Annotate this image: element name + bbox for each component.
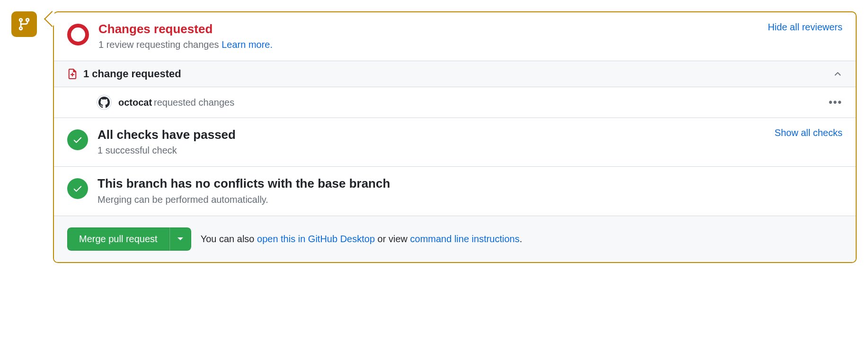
conflicts-section: This branch has no conflicts with the ba… <box>54 166 856 215</box>
merge-status-panel: Changes requested 1 review requesting ch… <box>53 11 857 263</box>
footer-text-prefix: You can also <box>201 234 257 244</box>
timeline-branch-badge <box>11 11 37 37</box>
check-success-icon <box>67 129 88 150</box>
checks-section: All checks have passed 1 successful chec… <box>54 118 856 166</box>
changes-requested-subtitle: 1 review requesting changes Learn more. <box>98 39 273 50</box>
footer-text-or: or view <box>375 234 410 244</box>
conflicts-subtitle: Merging can be performed automatically. <box>97 194 390 205</box>
footer-text-period: . <box>520 234 523 244</box>
reviewer-row: octocat requested changes ••• <box>54 87 856 118</box>
changes-requested-title: Changes requested <box>98 22 273 36</box>
reviewer-action-text: requested changes <box>154 97 234 108</box>
changes-requested-icon <box>67 24 89 45</box>
check-success-icon <box>67 178 88 199</box>
merge-button-group: Merge pull request <box>67 227 191 251</box>
show-all-checks-link[interactable]: Show all checks <box>775 127 842 138</box>
merge-footer: Merge pull request You can also open thi… <box>54 216 856 262</box>
learn-more-link[interactable]: Learn more. <box>221 39 273 50</box>
review-count-text: 1 review requesting changes <box>98 39 219 50</box>
change-summary-bar[interactable]: 1 change requested <box>54 61 856 87</box>
kebab-menu-icon[interactable]: ••• <box>829 96 842 109</box>
conflicts-title: This branch has no conflicts with the ba… <box>97 176 390 191</box>
merge-options-dropdown[interactable] <box>169 227 191 251</box>
file-diff-icon <box>67 69 78 79</box>
checks-subtitle: 1 successful check <box>97 145 236 156</box>
open-github-desktop-link[interactable]: open this in GitHub Desktop <box>257 234 375 244</box>
change-summary-text: 1 change requested <box>83 68 181 80</box>
changes-requested-section: Changes requested 1 review requesting ch… <box>54 12 856 61</box>
merge-pull-request-button[interactable]: Merge pull request <box>67 227 169 251</box>
chevron-up-icon[interactable] <box>833 69 842 79</box>
reviewer-username[interactable]: octocat <box>118 97 152 108</box>
hide-all-reviewers-link[interactable]: Hide all reviewers <box>768 22 842 33</box>
merge-alt-text: You can also open this in GitHub Desktop… <box>201 234 523 245</box>
avatar[interactable] <box>97 95 112 110</box>
checks-title: All checks have passed <box>97 127 236 142</box>
command-line-instructions-link[interactable]: command line instructions <box>410 234 520 244</box>
